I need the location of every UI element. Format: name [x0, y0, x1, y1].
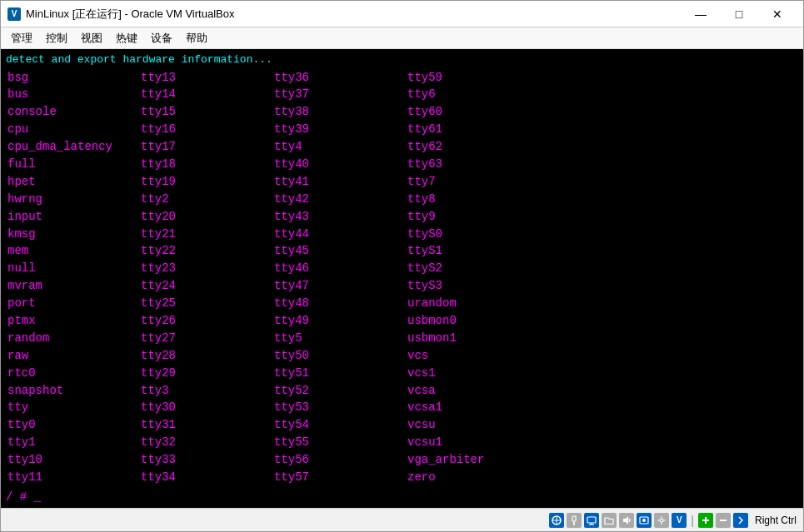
term-cell: random — [6, 330, 139, 347]
title-bar-left: V MinLinux [正在运行] - Oracle VM VirtualBox — [7, 7, 234, 22]
terminal-area[interactable]: detect and export hardware information..… — [1, 49, 803, 508]
term-cell: ttyS2 — [406, 260, 539, 277]
term-cell: tty49 — [272, 312, 406, 330]
term-cell: tty22 — [139, 242, 272, 260]
term-cell: tty26 — [139, 312, 272, 330]
term-cell: console — [6, 103, 139, 121]
add-icon — [698, 513, 713, 528]
gear-icon — [654, 513, 669, 528]
right-arrow-icon — [733, 513, 748, 528]
term-cell: mem — [6, 242, 139, 260]
term-cell: vcs1 — [406, 365, 539, 382]
term-cell: tty8 — [406, 191, 539, 208]
virtualbox-window: V MinLinux [正在运行] - Oracle VM VirtualBox… — [0, 0, 804, 532]
term-cell: tty24 — [139, 277, 272, 295]
term-cell: raw — [6, 347, 139, 365]
term-cell: hpet — [6, 173, 139, 191]
menu-help[interactable]: 帮助 — [179, 28, 214, 48]
term-cell: tty — [6, 399, 139, 416]
term-cell: vcs — [406, 347, 539, 365]
term-cell: tty21 — [139, 226, 272, 243]
term-cell: tty36 — [272, 69, 406, 87]
svg-point-12 — [660, 519, 663, 522]
term-cell: tty50 — [272, 347, 406, 365]
term-cell: vcsu — [406, 416, 539, 434]
menu-manage[interactable]: 管理 — [4, 28, 39, 48]
term-cell: ttyS0 — [406, 226, 539, 243]
term-cell: tty0 — [6, 416, 139, 434]
svg-point-11 — [642, 519, 646, 522]
menu-control[interactable]: 控制 — [39, 28, 74, 48]
term-cell: tty34 — [139, 469, 272, 486]
terminal-content: bsg tty13 tty36 tty59 bus tty14 tty37 tt… — [6, 69, 798, 486]
term-cell: tty4 — [272, 138, 406, 156]
menu-view[interactable]: 视图 — [74, 28, 109, 48]
term-cell: port — [6, 295, 139, 312]
term-cell: tty20 — [139, 208, 272, 226]
term-cell: rtc0 — [6, 365, 139, 382]
term-cell: tty16 — [139, 121, 272, 138]
term-cell: tty37 — [272, 86, 406, 103]
term-cell: tty2 — [139, 191, 272, 208]
term-cell: tty13 — [139, 69, 272, 87]
term-cell: tty7 — [406, 173, 539, 191]
term-cell: tty30 — [139, 399, 272, 416]
term-cell: tty28 — [139, 347, 272, 365]
term-cell: usbmon1 — [406, 330, 539, 347]
network-icon — [549, 513, 564, 528]
term-cell: usbmon0 — [406, 312, 539, 330]
term-cell: tty11 — [6, 469, 139, 486]
display-icon — [584, 513, 599, 528]
term-cell: full — [6, 156, 139, 173]
term-cell: tty51 — [272, 365, 406, 382]
term-cell: hwrng — [6, 191, 139, 208]
term-cell: tty10 — [6, 451, 139, 469]
term-cell: tty25 — [139, 295, 272, 312]
term-cell: tty29 — [139, 365, 272, 382]
term-cell: tty62 — [406, 138, 539, 156]
status-icons: V | — [549, 513, 748, 528]
term-cell: vcsa — [406, 382, 539, 400]
term-cell: tty47 — [272, 277, 406, 295]
maximize-button[interactable]: □ — [720, 2, 758, 27]
status-bar: V | Right Ctrl — [1, 508, 803, 531]
term-cell: ttyS3 — [406, 277, 539, 295]
term-cell: null — [6, 260, 139, 277]
minimize-button[interactable]: — — [682, 2, 720, 27]
term-cell: tty40 — [272, 156, 406, 173]
term-cell: tty14 — [139, 86, 272, 103]
term-cell: tty19 — [139, 173, 272, 191]
term-cell: tty45 — [272, 242, 406, 260]
svg-rect-3 — [572, 516, 576, 521]
title-bar-controls: — □ ✕ — [682, 2, 797, 27]
term-cell: tty23 — [139, 260, 272, 277]
term-cell: tty1 — [6, 434, 139, 451]
usb-icon — [567, 513, 582, 528]
term-cell: tty59 — [406, 69, 539, 87]
term-cell: tty57 — [272, 469, 406, 486]
svg-marker-9 — [623, 516, 628, 525]
remove-icon — [716, 513, 731, 528]
term-cell: tty48 — [272, 295, 406, 312]
term-cell: tty39 — [272, 121, 406, 138]
term-cell: vcsa1 — [406, 399, 539, 416]
term-cell: tty17 — [139, 138, 272, 156]
term-cell: kmsg — [6, 226, 139, 243]
term-cell: tty41 — [272, 173, 406, 191]
term-cell: tty61 — [406, 121, 539, 138]
menu-hotkeys[interactable]: 热键 — [109, 28, 144, 48]
term-cell: mvram — [6, 277, 139, 295]
term-cell: tty31 — [139, 416, 272, 434]
term-cell: tty33 — [139, 451, 272, 469]
term-cell: zero — [406, 469, 539, 486]
term-cell: tty60 — [406, 103, 539, 121]
menu-bar: 管理 控制 视图 热键 设备 帮助 — [1, 27, 803, 49]
term-cell: tty52 — [272, 382, 406, 400]
menu-devices[interactable]: 设备 — [144, 28, 179, 48]
close-button[interactable]: ✕ — [758, 2, 797, 27]
term-cell: bus — [6, 86, 139, 103]
term-cell: ptmx — [6, 312, 139, 330]
term-cell: snapshot — [6, 382, 139, 400]
term-cell: tty27 — [139, 330, 272, 347]
terminal-hint: detect and export hardware information..… — [6, 52, 798, 67]
